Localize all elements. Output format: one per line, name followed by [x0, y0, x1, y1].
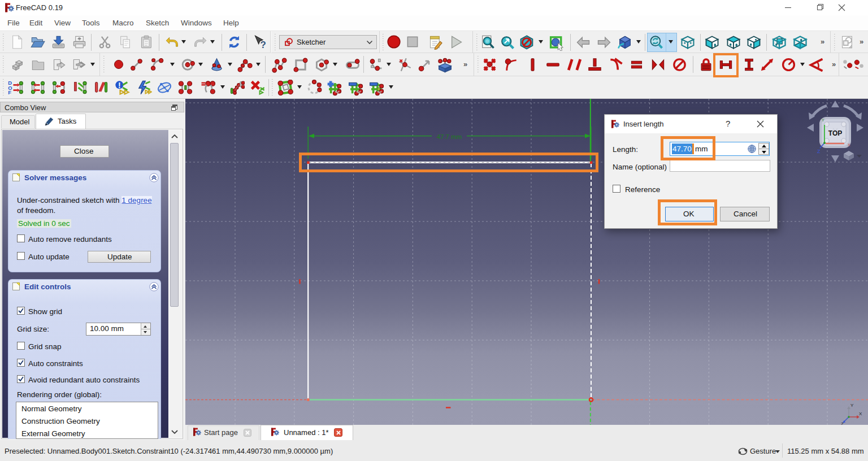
svg-text:47.7 mm: 47.7 mm — [437, 133, 462, 140]
svg-text:?: ? — [261, 40, 266, 50]
svg-text:Z: Z — [817, 149, 821, 154]
svg-text:X: X — [859, 411, 862, 416]
svg-text:F: F — [8, 90, 11, 95]
svg-text:Y: Y — [850, 403, 854, 408]
svg-text:!: ! — [118, 81, 121, 90]
svg-text:Y: Y — [822, 118, 824, 122]
svg-text:TOP: TOP — [828, 129, 842, 137]
svg-text:X: X — [848, 143, 850, 147]
